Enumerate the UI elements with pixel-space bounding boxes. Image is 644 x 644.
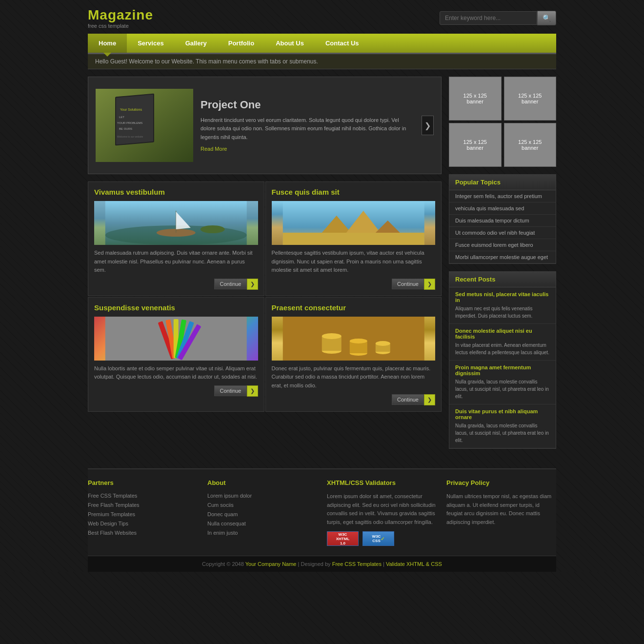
css-badge[interactable]: W3CCSS ✓ [362,531,394,546]
banner-1[interactable]: 125 x 125banner [449,77,502,121]
footer-privacy-body: Nullam ultrices tempor nisl, ac egestas … [446,492,556,526]
welcome-bar: Hello Guest! Welcome to our Website. Thi… [88,54,556,69]
xhtml-badge[interactable]: W3CXHTML1.0 [327,531,359,546]
popular-item[interactable]: Morbi ullamcorper molestie augue eget [449,251,556,263]
article-3-arrow: ❯ [247,385,258,397]
footer-link-webdesign[interactable]: Web Design Tips [88,521,128,526]
popular-item[interactable]: Integer sem felis, auctor sed pretium [449,190,556,202]
footer-link-css[interactable]: Free CSS Templates [88,493,137,499]
footer-validators-heading: XHTML/CSS Validators [327,479,437,486]
validate-link[interactable]: Validate XHTML & CSS [386,561,442,567]
article-1-continue[interactable]: Continue [214,279,246,289]
banner-grid: 125 x 125banner 125 x 125banner 125 x 12… [449,77,556,167]
nav-item-contact[interactable]: Contact Us [315,34,370,53]
article-2-continue[interactable]: Continue [392,279,424,289]
footer-about-heading: About [207,479,317,486]
article-4-title: Praesent consectetur [272,303,436,312]
article-3-continue[interactable]: Continue [214,385,246,396]
svg-text:Welcome to our website: Welcome to our website [117,135,143,138]
recent-post-2-body: In vitae placerat enim. Aenean elementum… [455,342,550,356]
article-4-arrow: ❯ [424,394,435,405]
svg-rect-16 [282,233,424,245]
recent-post-3-title[interactable]: Proin magna amet fermentum dignissim [455,364,550,376]
slider-body: Hendrerit tincidunt vero vel eorum clari… [201,116,414,142]
article-3-title: Suspendisse venenatis [94,303,258,312]
slider-title: Project One [201,99,414,111]
recent-post-4-title[interactable]: Duis vitae purus et nibh aliquam ornare [455,408,550,420]
search-form: 🔍 [440,11,556,25]
recent-post-2-title[interactable]: Donec molestie aliquet nisi eu facilisis [455,328,550,340]
footer-link-premium[interactable]: Premium Templates [88,511,135,517]
svg-text:Your Solutions: Your Solutions [120,108,142,111]
article-3-image [94,317,258,361]
article-4-continue[interactable]: Continue [392,394,424,405]
recent-post-1-title[interactable]: Sed metus nisl, placerat vitae iaculis i… [455,291,550,303]
footer-about-link-1[interactable]: Lorem ipsum dolor [207,493,252,499]
read-more-link[interactable]: Read More [201,146,227,152]
popular-item[interactable]: vehicula quis malesuada sed [449,202,556,215]
svg-text:YOUR PROBLEMS: YOUR PROBLEMS [117,121,142,124]
svg-rect-0 [96,89,193,162]
nav-item-portfolio[interactable]: Portfolio [218,34,265,53]
footer-validators: XHTML/CSS Validators Lorem ipsum dolor s… [327,479,437,546]
nav-item-services[interactable]: Services [127,34,175,53]
svg-rect-3 [116,95,153,145]
slider-content: Project One Hendrerit tincidunt vero vel… [201,99,414,153]
article-2-title: Fusce quis diam sit [272,188,436,196]
welcome-message: Hello Guest! Welcome to our Website. Thi… [95,58,318,65]
footer-about-link-5[interactable]: In enim justo [207,530,238,536]
footer-link-bestflash[interactable]: Best Flash Websites [88,530,137,536]
article-2-body: Pellentesque sagittis vestibulum ipsum, … [272,249,436,275]
article-4-body: Donec erat justo, pulvinar quis fermentu… [272,364,436,390]
designed-by-label: | Designed by [298,561,332,567]
banner-3[interactable]: 125 x 125banner [449,123,502,167]
footer-link-flash[interactable]: Free Flash Templates [88,502,140,508]
recent-post-1: Sed metus nisl, placerat vitae iaculis i… [449,287,556,324]
popular-item[interactable]: Fusce euismod lorem eget libero [449,239,556,251]
nav-item-gallery[interactable]: Gallery [175,34,218,53]
article-2-arrow: ❯ [424,279,435,290]
copyright-text: Copyright © 2048 [202,561,244,567]
footer-about-link-4[interactable]: Nulla consequat [207,521,246,526]
article-3-body: Nulla lobortis ante et odio semper pulvi… [94,364,258,382]
site-subtitle: free css template [88,23,153,29]
footer-privacy: Privacy Policy Nullam ultrices tempor ni… [446,479,556,546]
article-4-image [272,317,436,361]
recent-posts: Recent Posts Sed metus nisl, placerat vi… [449,271,556,449]
company-link[interactable]: Your Company Name [245,561,297,567]
nav-item-home[interactable]: Home [88,34,127,53]
article-1-arrow: ❯ [247,279,258,290]
recent-post-1-body: Aliquam nec est quis felis venenatis imp… [455,305,550,320]
footer-about-link-2[interactable]: Cum sociis [207,502,234,508]
svg-text:LET: LET [119,116,124,119]
footer-privacy-heading: Privacy Policy [446,479,556,486]
search-input[interactable] [440,11,537,25]
site-title: Magazine [88,7,153,23]
svg-point-36 [375,341,390,346]
svg-text:BE OURS: BE OURS [119,127,132,130]
article-3: Suspendisse venenatis [88,297,264,412]
popular-item[interactable]: Ut commodo odio vel nibh feugiat [449,227,556,239]
recent-post-3-body: Nulla gravida, lacus molestie convallis … [455,378,550,400]
slider-next-button[interactable]: ❯ [422,116,434,135]
articles-grid: Vivamus vestibulum [88,181,442,412]
article-1-body: Sed malesuada rutrum adipiscing. Duis vi… [94,249,258,275]
article-1: Vivamus vestibulum [88,181,264,296]
article-2: Fusce quis diam sit [265,181,442,296]
nav-item-about[interactable]: About Us [265,34,315,53]
featured-slider: Your Solutions LET YOUR PROBLEMS BE OURS… [88,77,442,174]
popular-item[interactable]: Duis malesuada tempor dictum [449,215,556,227]
banner-2[interactable]: 125 x 125banner [504,77,557,121]
recent-post-4: Duis vitae purus et nibh aliquam ornare … [449,404,556,448]
svg-rect-2 [115,94,154,146]
popular-topics-list: Integer sem felis, auctor sed pretium ve… [449,190,556,263]
footer-about-link-3[interactable]: Donec quam [207,511,238,517]
recent-post-2: Donec molestie aliquet nisi eu facilisis… [449,324,556,361]
logo: Magazine free css template [88,7,153,29]
designer-link[interactable]: Free CSS Templates [332,561,382,567]
svg-point-30 [322,333,341,339]
recent-post-4-body: Nulla gravida, lacus molestie convallis … [455,422,550,444]
search-button[interactable]: 🔍 [537,11,556,25]
svg-point-33 [349,339,367,343]
banner-4[interactable]: 125 x 125banner [504,123,557,167]
